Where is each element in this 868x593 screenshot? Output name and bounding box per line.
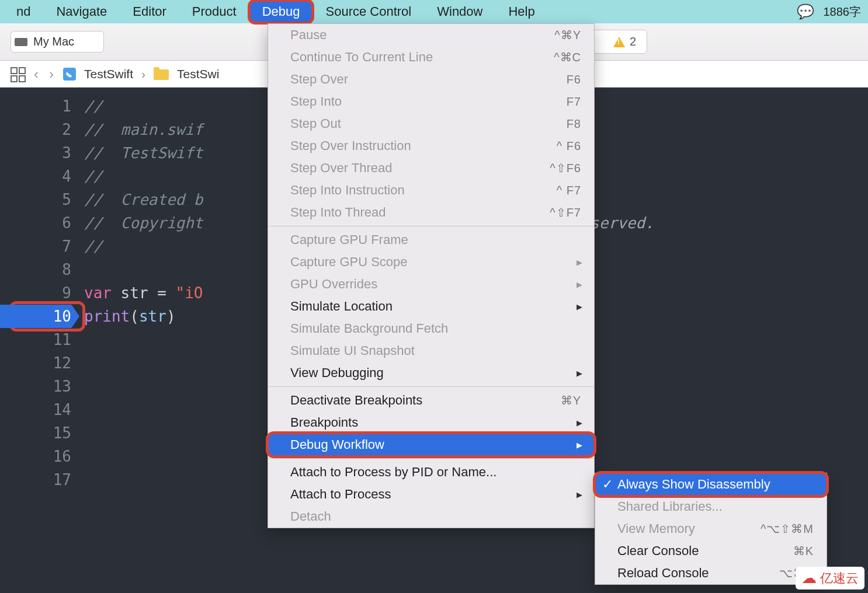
menu-item[interactable]: Reload Console⌥⌘K	[595, 562, 827, 584]
line-number[interactable]: 1	[0, 95, 71, 118]
line-number[interactable]: 16	[0, 445, 71, 468]
line-number[interactable]: 7	[0, 235, 71, 258]
menu-item[interactable]: Debug Workflow	[268, 434, 594, 456]
menu-item[interactable]: Attach to Process	[268, 483, 594, 505]
menu-debug[interactable]: Debug	[249, 1, 313, 23]
menu-item: Step Into Thread^⇧F7	[268, 201, 594, 224]
char-count: 1886字	[824, 4, 862, 20]
watermark: ☁ 亿速云	[796, 567, 864, 589]
menu-item: Continue To Current Line^⌘C	[268, 46, 594, 68]
line-number[interactable]: 14	[0, 398, 71, 421]
line-number[interactable]: 15	[0, 421, 71, 445]
issue-indicator[interactable]: 2	[613, 35, 636, 48]
line-number[interactable]: 8	[0, 258, 71, 281]
menu-item[interactable]: Simulate Location	[268, 295, 594, 318]
menu-item[interactable]: ✓Always Show Disassembly	[595, 473, 827, 496]
menu-item[interactable]: Deactivate Breakpoints⌘Y	[268, 389, 594, 411]
warn-count: 2	[630, 35, 636, 48]
menu-item: Step OverF6	[268, 68, 594, 90]
path-folder[interactable]: TestSwi	[177, 67, 219, 81]
folder-icon	[154, 69, 169, 80]
menu-item[interactable]: View Debugging	[268, 362, 594, 384]
line-number[interactable]: 10	[0, 305, 79, 328]
line-number[interactable]: 4	[0, 165, 71, 188]
menu-item: Step Into Instruction^ F7	[268, 179, 594, 201]
chevron-right-icon: ›	[141, 67, 145, 81]
debug-workflow-submenu: ✓Always Show DisassemblyShared Libraries…	[595, 473, 827, 585]
line-number[interactable]: 6	[0, 211, 71, 235]
menu-separator	[268, 226, 594, 226]
menu-navigate[interactable]: Navigate	[43, 1, 120, 23]
menu-item: GPU Overrides	[268, 273, 594, 295]
menu-item: Shared Libraries...	[595, 496, 827, 518]
path-project[interactable]: TestSwift	[84, 67, 133, 81]
menubar: nd Navigate Editor Product Debug Source …	[0, 0, 868, 23]
menu-window[interactable]: Window	[424, 1, 495, 23]
mac-icon	[15, 38, 27, 46]
line-number[interactable]: 9	[0, 281, 71, 305]
line-number[interactable]: 12	[0, 351, 71, 375]
related-items-icon[interactable]	[11, 67, 25, 81]
menu-item: Detach	[268, 505, 594, 528]
menu-item: Capture GPU Scope	[268, 251, 594, 273]
line-number[interactable]: 2	[0, 118, 71, 141]
menu-item: Simulate UI Snapshot	[268, 340, 594, 362]
wechat-icon[interactable]: 💬	[797, 4, 814, 20]
line-number[interactable]: 3	[0, 141, 71, 165]
menu-item: Step Over Instruction^ F6	[268, 135, 594, 157]
line-number[interactable]: 13	[0, 375, 71, 398]
menu-item: View Memory^⌥⇧⌘M	[595, 518, 827, 540]
menu-item: Step OutF8	[268, 113, 594, 135]
menu-item: Step Over Thread^⇧F6	[268, 157, 594, 179]
menu-help[interactable]: Help	[495, 1, 547, 23]
menu-item: Pause^⌘Y	[268, 24, 594, 46]
warning-icon	[613, 37, 625, 47]
cloud-icon: ☁	[801, 569, 817, 587]
line-number[interactable]: 5	[0, 188, 71, 211]
scheme-label: My Mac	[33, 35, 74, 48]
menu-source-control[interactable]: Source Control	[313, 1, 424, 23]
menu-nd[interactable]: nd	[4, 1, 43, 23]
line-number[interactable]: 11	[0, 328, 71, 351]
line-number[interactable]: 17	[0, 468, 71, 491]
debug-menu: Pause^⌘YContinue To Current Line^⌘CStep …	[268, 23, 595, 528]
menu-item: Simulate Background Fetch	[268, 318, 594, 340]
project-icon	[63, 68, 76, 81]
nav-forward[interactable]: ›	[48, 66, 55, 82]
menu-item: Step IntoF7	[268, 90, 594, 113]
watermark-text: 亿速云	[820, 570, 859, 587]
menu-item[interactable]: Clear Console⌘K	[595, 540, 827, 562]
menu-editor[interactable]: Editor	[120, 1, 179, 23]
menu-item[interactable]: Breakpoints	[268, 411, 594, 434]
nav-back[interactable]: ‹	[33, 66, 40, 82]
menu-product[interactable]: Product	[179, 1, 249, 23]
menu-separator	[268, 386, 594, 387]
gutter[interactable]: 1234567891011121314151617	[0, 88, 79, 593]
scheme-selector[interactable]: My Mac	[11, 31, 104, 53]
menu-item[interactable]: Attach to Process by PID or Name...	[268, 461, 594, 483]
menu-item: Capture GPU Frame	[268, 229, 594, 251]
menu-separator	[268, 458, 594, 459]
